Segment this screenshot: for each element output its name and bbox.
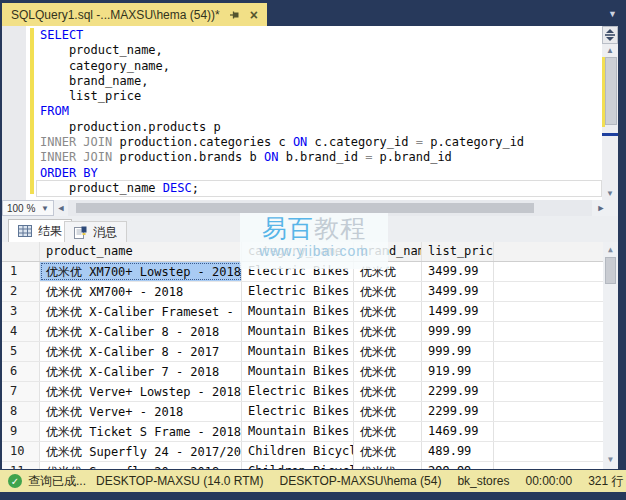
cell-product-name[interactable]: 优米优 X-Caliber Frameset - 2018 (40, 302, 242, 321)
cell-brand-name[interactable]: 优米优 (354, 282, 422, 301)
row-number-cell[interactable]: 10 (2, 442, 40, 461)
cell-brand-name[interactable]: 优米优 (354, 442, 422, 461)
horizontal-scroll-thumb[interactable] (76, 203, 534, 213)
editor-scroll-thumb[interactable] (605, 57, 617, 125)
login-name: DESKTOP-MAXSU\hema (54) (272, 470, 450, 492)
cell-brand-name[interactable]: 优米优 (354, 302, 422, 321)
cell-category-name[interactable]: Electric Bikes (242, 262, 354, 281)
cell-category-name[interactable]: Mountain Bikes (242, 422, 354, 441)
query-status-text: 查询已成... (28, 473, 86, 490)
scroll-up-icon[interactable]: ▲ (602, 44, 618, 57)
cell-list-price[interactable]: 489.99 (422, 442, 494, 461)
tab-messages[interactable]: 消息 (64, 221, 127, 242)
cell-list-price[interactable]: 1499.99 (422, 302, 494, 321)
code-line: list_price (40, 89, 602, 104)
split-window-grip-icon[interactable] (602, 26, 618, 44)
cell-category-name[interactable]: Mountain Bikes (242, 322, 354, 341)
cell-list-price[interactable]: 3499.99 (422, 262, 494, 281)
cell-product-name[interactable]: 优米优 Superfly 20 - 2018 (40, 462, 242, 469)
cell-product-name[interactable]: 优米优 Verve+ Lowstep - 2018 (40, 382, 242, 401)
table-row: 8优米优 Verve+ - 2018Electric Bikes优米优2299.… (2, 402, 618, 422)
cell-brand-name[interactable]: 优米优 (354, 362, 422, 381)
grid-corner-cell[interactable] (2, 242, 40, 261)
cell-category-name[interactable]: Children Bicycles (242, 462, 354, 469)
scroll-down-icon[interactable]: ▼ (603, 453, 618, 466)
row-filler (494, 402, 618, 421)
column-header-product-name[interactable]: product_name (40, 242, 242, 261)
table-row: 1优米优 XM700+ Lowstep - 2018Electric Bikes… (2, 262, 618, 282)
scroll-right-icon[interactable]: ► (594, 200, 608, 216)
row-number-cell[interactable]: 1 (2, 262, 40, 281)
code-line: production.products p (40, 120, 602, 135)
editor-scroll-track[interactable] (602, 57, 618, 187)
ssms-window: SQLQuery1.sql -...MAXSU\hema (54))* × ▼ … (0, 0, 626, 500)
cell-category-name[interactable]: Mountain Bikes (242, 362, 354, 381)
results-scroll-thumb[interactable] (605, 257, 616, 284)
row-number-cell[interactable]: 6 (2, 362, 40, 381)
cell-brand-name[interactable]: 优米优 (354, 322, 422, 341)
cell-product-name[interactable]: 优米优 X-Caliber 8 - 2018 (40, 322, 242, 341)
row-number-cell[interactable]: 8 (2, 402, 40, 421)
pin-icon[interactable] (228, 8, 242, 22)
cell-category-name[interactable]: Mountain Bikes (242, 302, 354, 321)
cell-list-price[interactable]: 3499.99 (422, 282, 494, 301)
close-icon[interactable]: × (250, 9, 258, 21)
cell-category-name[interactable]: Electric Bikes (242, 282, 354, 301)
scroll-down-icon[interactable]: ▼ (602, 187, 618, 200)
table-row: 9优米优 Ticket S Frame - 2018Mountain Bikes… (2, 422, 618, 442)
cell-list-price[interactable]: 2299.99 (422, 402, 494, 421)
tab-results-label: 结果 (38, 223, 62, 240)
cell-category-name[interactable]: Electric Bikes (242, 382, 354, 401)
row-filler (494, 442, 618, 461)
cell-product-name[interactable]: 优米优 XM700+ Lowstep - 2018 (40, 262, 242, 281)
cell-brand-name[interactable]: 优米优 (354, 382, 422, 401)
row-number-cell[interactable]: 9 (2, 422, 40, 441)
cell-brand-name[interactable]: 优米优 (354, 462, 422, 469)
results-vertical-scrollbar[interactable]: ▲ ▼ (603, 242, 618, 469)
editor-vertical-scrollbar[interactable]: ▲ ▼ (602, 26, 618, 200)
cell-product-name[interactable]: 优米优 Superfly 24 - 2017/2018 (40, 442, 242, 461)
cell-product-name[interactable]: 优米优 XM700+ - 2018 (40, 282, 242, 301)
table-row: 4优米优 X-Caliber 8 - 2018Mountain Bikes优米优… (2, 322, 618, 342)
cell-list-price[interactable]: 919.99 (422, 362, 494, 381)
cell-product-name[interactable]: 优米优 Ticket S Frame - 2018 (40, 422, 242, 441)
row-number-cell[interactable]: 7 (2, 382, 40, 401)
sql-editor[interactable]: SELECTproduct_name,category_name,brand_n… (2, 26, 618, 200)
code-line: brand_name, (40, 74, 602, 89)
editor-zoom-select[interactable]: 100 % ▼ (2, 200, 54, 216)
row-number-cell[interactable]: 2 (2, 282, 40, 301)
cell-product-name[interactable]: 优米优 X-Caliber 8 - 2017 (40, 342, 242, 361)
row-number-cell[interactable]: 11 (2, 462, 40, 469)
cell-brand-name[interactable]: 优米优 (354, 402, 422, 421)
document-tab[interactable]: SQLQuery1.sql -...MAXSU\hema (54))* × (2, 3, 267, 26)
cell-brand-name[interactable]: 优米优 (354, 422, 422, 441)
execution-time: 00:00:00 (517, 470, 580, 492)
cell-list-price[interactable]: 999.99 (422, 322, 494, 341)
cell-brand-name[interactable]: 优米优 (354, 342, 422, 361)
code-line: ORDER BY (40, 166, 602, 181)
cell-list-price[interactable]: 999.99 (422, 342, 494, 361)
row-number-cell[interactable]: 5 (2, 342, 40, 361)
cell-category-name[interactable]: Mountain Bikes (242, 342, 354, 361)
table-row: 2优米优 XM700+ - 2018Electric Bikes优米优3499.… (2, 282, 618, 302)
grid-header-filler (494, 242, 618, 261)
row-number-cell[interactable]: 3 (2, 302, 40, 321)
cell-list-price[interactable]: 299.99 (422, 462, 494, 469)
column-header-brand-name[interactable]: brand_name (354, 242, 422, 261)
cell-category-name[interactable]: Electric Bikes (242, 402, 354, 421)
scroll-up-icon[interactable]: ▲ (603, 243, 618, 256)
cell-product-name[interactable]: 优米优 Verve+ - 2018 (40, 402, 242, 421)
tab-list-chevron-icon[interactable]: ▼ (608, 9, 617, 19)
tab-results[interactable]: 结果 (8, 219, 72, 242)
cell-product-name[interactable]: 优米优 X-Caliber 7 - 2018 (40, 362, 242, 381)
cell-list-price[interactable]: 2299.99 (422, 382, 494, 401)
horizontal-scroll-track[interactable] (68, 200, 592, 216)
column-header-list-price[interactable]: list_price (422, 242, 494, 261)
column-header-category-name[interactable]: category_name (242, 242, 354, 261)
cell-category-name[interactable]: Children Bicycles (242, 442, 354, 461)
code-area[interactable]: SELECTproduct_name,category_name,brand_n… (2, 28, 602, 196)
cell-brand-name[interactable]: 优米优 (354, 262, 422, 281)
row-number-cell[interactable]: 4 (2, 322, 40, 341)
cell-list-price[interactable]: 1469.99 (422, 422, 494, 441)
scroll-left-icon[interactable]: ◄ (54, 200, 68, 216)
